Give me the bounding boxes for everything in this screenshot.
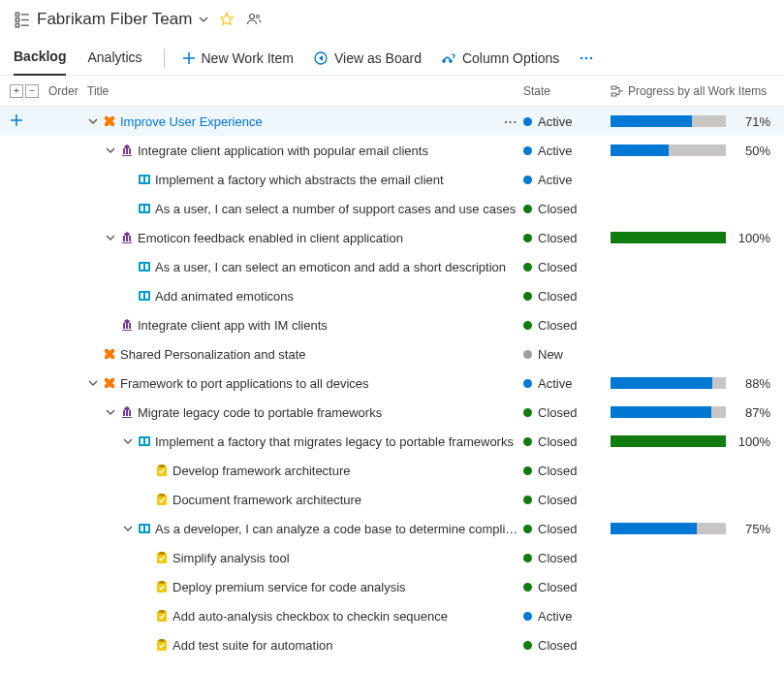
state-cell: Active: [523, 609, 611, 624]
expand-caret[interactable]: [105, 233, 116, 242]
state-cell: Closed: [523, 231, 611, 245]
work-item-row[interactable]: Document framework architectureClosed: [0, 485, 784, 514]
work-item-row[interactable]: Shared Personalization and stateNew: [0, 339, 784, 369]
progress-percent: 88%: [734, 376, 770, 391]
state-label: Active: [538, 609, 572, 624]
work-item-row[interactable]: Add test suite for automationClosed: [0, 630, 784, 659]
more-actions-button[interactable]: [569, 45, 604, 72]
svg-point-10: [450, 59, 452, 61]
svg-rect-35: [139, 524, 150, 533]
new-work-item-button[interactable]: New Work Item: [172, 45, 303, 72]
work-item-row[interactable]: Implement a factory which abstracts the …: [0, 165, 784, 194]
state-cell: Closed: [523, 580, 611, 594]
column-options-label: Column Options: [462, 50, 559, 66]
collapse-all-button[interactable]: −: [25, 84, 39, 98]
svg-rect-30: [145, 438, 148, 444]
state-cell: Active: [523, 376, 611, 391]
svg-rect-37: [145, 526, 148, 531]
work-item-row[interactable]: Migrate legacy code to portable framewor…: [0, 398, 784, 427]
progress-bar: [611, 144, 726, 156]
column-progress[interactable]: Progress by all Work Items: [611, 84, 770, 98]
column-options-button[interactable]: Column Options: [431, 45, 569, 72]
work-item-row[interactable]: Integrate client app with IM clientsClos…: [0, 310, 784, 339]
expand-caret[interactable]: [105, 407, 116, 417]
work-item-title: Add auto-analysis checkbox to checkin se…: [172, 609, 448, 624]
work-item-row[interactable]: Improve User Experience···Active71%: [0, 107, 784, 136]
progress-percent: 100%: [734, 434, 770, 449]
work-item-title: Develop framework architecture: [172, 464, 351, 478]
column-title[interactable]: Title: [87, 84, 523, 98]
task-icon: [155, 493, 169, 506]
progress-bar: [611, 115, 726, 127]
work-item-row[interactable]: Develop framework architectureClosed: [0, 456, 784, 485]
task-icon: [155, 551, 169, 564]
task-icon: [155, 580, 169, 593]
work-item-row[interactable]: Framework to port applications to all de…: [0, 369, 784, 398]
state-dot-icon: [523, 641, 532, 650]
tab-analytics[interactable]: Analytics: [87, 42, 141, 75]
svg-rect-21: [145, 206, 148, 211]
svg-point-13: [590, 56, 592, 58]
work-item-row[interactable]: As a developer, I can analyze a code bas…: [0, 514, 784, 543]
tab-backlog[interactable]: Backlog: [14, 41, 66, 76]
work-item-row[interactable]: Simplify analysis toolClosed: [0, 543, 784, 572]
favorite-star-icon[interactable]: [219, 12, 235, 27]
state-label: Active: [538, 114, 572, 129]
add-child-icon[interactable]: [10, 113, 23, 130]
work-item-title: Emoticon feedback enabled in client appl…: [138, 231, 403, 245]
column-order[interactable]: Order: [48, 84, 87, 98]
state-cell: Closed: [523, 464, 611, 478]
work-item-title: Add test suite for automation: [172, 638, 332, 653]
expand-caret[interactable]: [87, 116, 99, 126]
work-item-row[interactable]: Add auto-analysis checkbox to checkin se…: [0, 601, 784, 630]
work-item-row[interactable]: Add animated emoticonsClosed: [0, 281, 784, 310]
state-dot-icon: [523, 408, 532, 417]
svg-rect-23: [141, 264, 143, 270]
feature-icon: [120, 318, 134, 332]
state-cell: Closed: [523, 638, 611, 653]
work-item-title: Framework to port applications to all de…: [120, 376, 369, 391]
work-item-title: Shared Personalization and state: [120, 347, 306, 362]
progress-percent: 100%: [734, 231, 770, 245]
work-item-title: Add animated emoticons: [155, 289, 294, 304]
state-label: Closed: [538, 289, 577, 304]
svg-rect-36: [141, 526, 143, 531]
progress-cell: 100%: [611, 231, 770, 245]
column-state[interactable]: State: [523, 84, 611, 98]
work-item-row[interactable]: Integrate client application with popula…: [0, 136, 784, 165]
progress-cell: 100%: [611, 434, 770, 449]
feature-icon: [120, 231, 134, 244]
state-dot-icon: [523, 350, 532, 359]
svg-rect-14: [612, 86, 616, 89]
chevron-down-icon[interactable]: [198, 14, 209, 25]
work-item-title: As a developer, I can analyze a code bas…: [155, 522, 523, 536]
team-members-icon[interactable]: [246, 12, 262, 27]
row-more-actions[interactable]: ···: [504, 114, 517, 129]
view-as-board-button[interactable]: View as Board: [303, 45, 431, 72]
work-item-title: Simplify analysis tool: [172, 551, 290, 565]
work-item-row[interactable]: As a user, I can select a number of supp…: [0, 194, 784, 223]
pbi-icon: [138, 260, 151, 273]
work-item-title[interactable]: Improve User Experience: [120, 114, 263, 129]
team-name[interactable]: Fabrikam Fiber Team: [37, 10, 192, 29]
epic-icon: [103, 114, 116, 128]
work-item-row[interactable]: As a user, I can select an emoticon and …: [0, 252, 784, 281]
work-item-row[interactable]: Implement a factory that migrates legacy…: [0, 427, 784, 456]
expand-all-button[interactable]: +: [10, 84, 23, 98]
expand-caret[interactable]: [122, 524, 134, 533]
pbi-icon: [138, 202, 151, 215]
work-item-row[interactable]: Deploy premium service for code analysis…: [0, 572, 784, 601]
epic-icon: [103, 347, 116, 361]
expand-caret[interactable]: [105, 145, 116, 155]
expand-caret[interactable]: [87, 378, 99, 388]
progress-cell: 50%: [611, 144, 770, 158]
expand-caret[interactable]: [122, 436, 134, 446]
state-label: Closed: [538, 405, 577, 420]
work-item-row[interactable]: Emoticon feedback enabled in client appl…: [0, 223, 784, 252]
feature-icon: [120, 144, 134, 157]
svg-rect-20: [141, 206, 143, 211]
state-dot-icon: [523, 583, 532, 592]
state-cell: Closed: [523, 522, 611, 536]
svg-rect-25: [139, 291, 150, 301]
state-dot-icon: [523, 176, 532, 184]
